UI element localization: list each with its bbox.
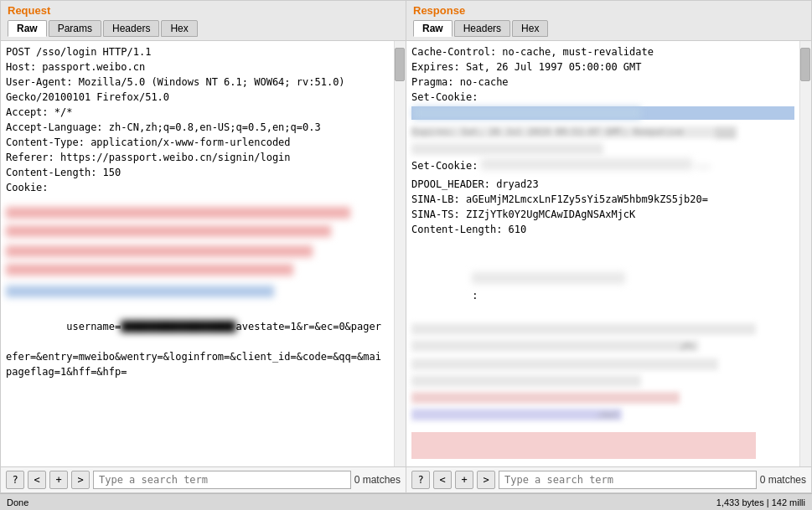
tab-raw-request[interactable]: Raw [8, 20, 47, 37]
req-line-4: Gecko/20100101 Firefox/51.0 [6, 90, 389, 105]
response-prev-button[interactable]: < [433, 471, 452, 489]
tab-raw-response[interactable]: Raw [413, 20, 453, 37]
resp-redacted-7 [411, 392, 680, 404]
request-content[interactable]: POST /sso/login HTTP/1.1 Host: passport.… [1, 41, 394, 466]
resp-cookie-blurred-2 [481, 158, 691, 170]
req-line-2: Host: passport.weibo.cn [6, 59, 389, 75]
resp-redacted-5 [411, 358, 718, 370]
response-search-input[interactable] [499, 471, 757, 489]
req-body-suffix: avestate=1&r=&ec=0&pager [236, 321, 381, 332]
status-right: 1,433 bytes | 142 milli [716, 497, 805, 507]
resp-line-end: 5iZ. }, loginresulturl : [411, 466, 794, 466]
resp-setcookie-1 [411, 106, 794, 120]
response-help-button[interactable]: ? [411, 471, 430, 489]
resp-cookie-blurred-1 [413, 107, 641, 119]
request-add-button[interactable]: + [49, 471, 68, 489]
resp-redacted-3 [411, 323, 756, 335]
req-line-6: Accept-Language: zh-CN,zh;q=0.8,en-US;q=… [6, 120, 389, 135]
request-scrollbar[interactable] [394, 41, 406, 466]
resp-line-5: DPOOL_HEADER: dryad23 [411, 177, 794, 192]
request-tabs: Raw Params Headers Hex [8, 20, 399, 37]
tab-params-request[interactable]: Params [49, 20, 101, 37]
response-scroll-thumb[interactable] [800, 48, 810, 81]
req-line-1: POST /sso/login HTTP/1.1 [6, 44, 389, 59]
resp-line-4: Set-Cookie: [411, 90, 794, 105]
request-scroll-thumb[interactable] [395, 48, 405, 81]
req-body-3: pageflag=1&hff=&hfp= [6, 364, 389, 379]
req-redacted-4 [6, 264, 293, 276]
resp-line-7: SINA-TS: ZIZjYTk0Y2UgMCAwIDAgNSAxMjcK [411, 207, 794, 222]
request-title: Request [8, 4, 399, 17]
request-match-count: 0 matches [354, 474, 401, 486]
req-line-10: Cookie: [6, 180, 389, 195]
req-redacted-5 [6, 286, 274, 297]
resp-line-10: : [411, 242, 794, 318]
req-line-5: Accept: */* [6, 105, 389, 120]
req-line-3: User-Agent: Mozilla/5.0 (Windows NT 6.1;… [6, 75, 389, 90]
response-panel: Response Raw Headers Hex Cache-Control: … [406, 0, 812, 493]
request-panel: Request Raw Params Headers Hex POST /sso… [0, 0, 406, 493]
resp-redacted-6 [411, 375, 641, 387]
resp-json-blurred [472, 272, 625, 284]
response-header: Response Raw Headers Hex [406, 1, 811, 41]
tab-headers-response[interactable]: Headers [454, 20, 510, 37]
status-bar: Done 1,433 bytes | 142 milli [0, 493, 812, 510]
response-add-button[interactable]: + [455, 471, 473, 489]
resp-redacted-8: .cket [411, 409, 622, 420]
resp-line-3: Pragma: no-cache [411, 75, 794, 90]
resp-redacted-1: Expires: Sat, 26 Jul 2019 09:51:07 GMT; … [411, 126, 737, 138]
resp-line-8: Content-Length: 610 [411, 222, 794, 237]
req-line-7: Content-Type: application/x-www-form-url… [6, 135, 389, 150]
request-search-input[interactable] [93, 471, 351, 489]
request-next-button[interactable]: > [71, 471, 90, 489]
req-body-blurred: ███████████████████ [121, 321, 235, 332]
response-next-button[interactable]: > [477, 471, 495, 489]
resp-line-6: SINA-LB: aGEuMjM2LmcxLnF1Zy5sYi5zaW5hbm9… [411, 192, 794, 207]
request-header: Request Raw Params Headers Hex [1, 1, 406, 41]
response-match-count: 0 matches [760, 474, 806, 486]
resp-redacted-4: yMz [411, 340, 699, 352]
req-line-9: Content-Length: 150 [6, 165, 389, 180]
status-left: Done [7, 497, 28, 507]
response-scrollbar[interactable] [799, 41, 811, 466]
req-line-8: Referer: https://passport.weibo.cn/signi… [6, 150, 389, 165]
request-footer: ? < + > 0 matches [1, 466, 406, 492]
tab-hex-request[interactable]: Hex [161, 20, 197, 37]
req-redacted-1 [6, 207, 350, 219]
resp-line-1: Cache-Control: no-cache, must-revalidate [411, 44, 794, 59]
resp-line-setcookie2: Set-Cookie: ... [411, 158, 794, 173]
request-prev-button[interactable]: < [28, 471, 46, 489]
tab-headers-request[interactable]: Headers [103, 20, 159, 37]
response-content-area: Cache-Control: no-cache, must-revalidate… [406, 41, 811, 466]
resp-pink-block [411, 432, 756, 459]
req-redacted-3 [6, 245, 313, 257]
response-title: Response [413, 4, 804, 17]
resp-redacted-2 [411, 143, 603, 155]
response-content[interactable]: Cache-Control: no-cache, must-revalidate… [406, 41, 799, 466]
resp-cookie-blurred-3: ... [696, 158, 711, 173]
req-redacted-2 [6, 225, 331, 237]
response-footer: ? < + > 0 matches [406, 466, 811, 492]
request-help-button[interactable]: ? [6, 471, 24, 489]
response-tabs: Raw Headers Hex [413, 20, 804, 37]
request-content-area: POST /sso/login HTTP/1.1 Host: passport.… [1, 41, 406, 466]
req-body-username: username= [66, 321, 121, 332]
resp-line-2: Expires: Sat, 26 Jul 1997 05:00:00 GMT [411, 59, 794, 75]
req-body-1: username=███████████████████avestate=1&r… [6, 304, 389, 349]
req-body-2: efer=&entry=mweibo&wentry=&loginfrom=&cl… [6, 349, 389, 364]
tab-hex-response[interactable]: Hex [512, 20, 548, 37]
